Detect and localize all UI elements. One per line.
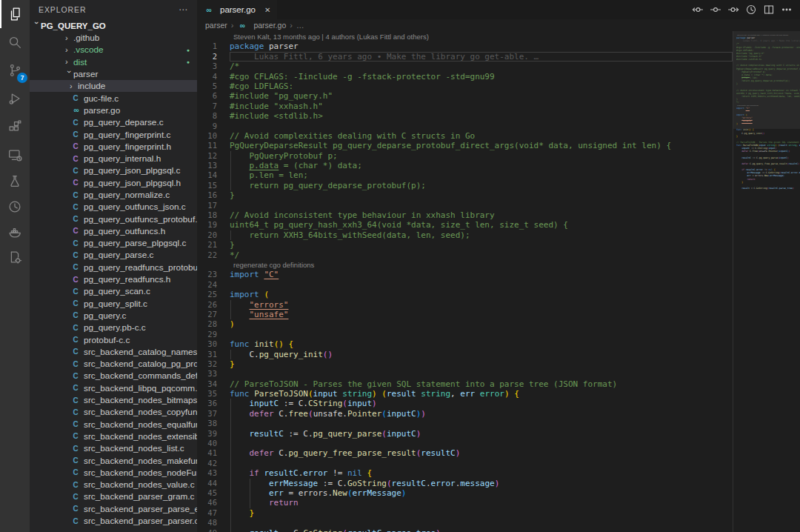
line-number[interactable]: 28 xyxy=(197,319,224,329)
line-number[interactable]: 37 xyxy=(197,409,224,419)
testing-icon[interactable] xyxy=(0,169,30,194)
docker-icon[interactable] xyxy=(0,219,30,245)
line-number[interactable]: 20 xyxy=(197,230,224,240)
line-number[interactable]: 23 xyxy=(197,270,224,279)
line-number[interactable]: 8 xyxy=(197,111,224,121)
line-number[interactable]: 36 xyxy=(197,399,224,408)
line-number[interactable]: 12 xyxy=(197,151,224,161)
close-icon[interactable]: ✕ xyxy=(264,6,270,14)
tree-item[interactable]: Csrc_backend_parser_gram.c xyxy=(30,491,197,502)
tree-item[interactable]: Cpg_query.c xyxy=(30,310,197,322)
tree-item[interactable]: Cpg_query_outfuncs.h xyxy=(30,225,197,237)
code-line[interactable] xyxy=(230,122,733,131)
code-editor[interactable]: Steven Kalt, 13 months ago | 4 authors (… xyxy=(224,31,733,532)
tree-item[interactable]: Csrc_backend_catalog_namespace.c xyxy=(30,346,197,358)
code-line[interactable]: #include "pg_query.h" xyxy=(230,91,733,101)
code-line[interactable]: func ParseToJSON(input string) (result s… xyxy=(230,389,733,399)
code-line[interactable]: PgQueryProtobuf p; xyxy=(230,151,733,161)
breadcrumb-folder[interactable]: parser xyxy=(205,21,227,30)
code-line[interactable]: p.data = (char *) data; xyxy=(230,161,733,170)
line-number[interactable]: 40 xyxy=(197,439,224,448)
line-number[interactable]: 13 xyxy=(197,161,224,170)
line-number[interactable]: 45 xyxy=(197,488,224,498)
code-line[interactable]: import ( xyxy=(230,290,733,299)
line-number[interactable]: 14 xyxy=(197,170,224,180)
tree-item[interactable]: ›include xyxy=(30,80,197,92)
tree-item[interactable]: Csrc_backend_commands_define.c xyxy=(30,370,197,382)
open-changes-previous-icon[interactable] xyxy=(690,2,705,18)
line-number[interactable]: 15 xyxy=(197,181,224,190)
code-line[interactable]: #include <stdlib.h> xyxy=(230,111,733,121)
code-line[interactable]: err = errors.New(errMessage) xyxy=(230,488,733,498)
code-line[interactable]: */ xyxy=(230,250,733,260)
line-number[interactable]: 49 xyxy=(197,528,224,532)
code-line[interactable]: func init() { xyxy=(230,339,733,349)
line-number[interactable]: 24 xyxy=(197,280,224,290)
tree-item[interactable]: Cpg_query_json_plpgsql.c xyxy=(30,164,197,176)
tree-item[interactable]: ›parser xyxy=(30,68,197,80)
code-line[interactable] xyxy=(230,369,733,379)
line-number[interactable]: 18 xyxy=(197,210,224,220)
breadcrumb-symbol[interactable]: … xyxy=(296,21,304,30)
tree-item[interactable]: Csrc_backend_nodes_equalfuncs.c xyxy=(30,419,197,430)
line-number[interactable]: 11 xyxy=(197,141,224,150)
code-line[interactable] xyxy=(230,459,733,468)
open-changes-next-icon[interactable] xyxy=(725,2,741,18)
line-number[interactable]: 16 xyxy=(197,190,224,200)
tree-item[interactable]: Csrc_backend_nodes_bitmapset.c xyxy=(30,394,197,406)
code-line[interactable]: return pg_query_deparse_protobuf(p); xyxy=(230,181,733,190)
tree-item[interactable]: Csrc_backend_parser_parse_expr.c xyxy=(30,503,197,515)
line-number[interactable]: 26 xyxy=(197,300,224,310)
search-icon[interactable] xyxy=(0,28,30,56)
line-number[interactable]: 25 xyxy=(197,290,224,299)
line-number[interactable]: 9 xyxy=(197,122,224,131)
line-number[interactable]: 29 xyxy=(197,330,224,339)
code-line[interactable]: if resultC.error != nil { xyxy=(230,468,733,478)
line-number[interactable]: 2 xyxy=(197,52,224,61)
code-line[interactable]: // Avoid complexities dealing with C str… xyxy=(230,131,733,141)
code-line[interactable]: defer C.free(unsafe.Pointer(inputC)) xyxy=(230,409,733,419)
tree-item[interactable]: Cpg_query_parse.c xyxy=(30,249,197,261)
code-line[interactable]: } xyxy=(230,508,733,518)
line-number[interactable]: 19 xyxy=(197,220,224,230)
tree-item[interactable]: Csrc_backend_libpq_pqcomm.c xyxy=(30,382,197,394)
tree-item[interactable]: Csrc_backend_nodes_makefuncs.c xyxy=(30,454,197,466)
line-number[interactable]: 35 xyxy=(197,389,224,399)
line-number[interactable]: 3 xyxy=(197,61,224,71)
line-number[interactable]: 33 xyxy=(197,369,224,379)
codelens-row[interactable]: regenerate cgo definitions xyxy=(230,260,733,270)
code-line[interactable]: #cgo LDFLAGS: xyxy=(230,82,733,91)
minimap[interactable]: Steven Kalt, 13 months ago | 4 authors (… xyxy=(733,31,800,532)
tree-item[interactable]: Cguc-file.c xyxy=(30,92,197,104)
tree-item[interactable]: Csrc_backend_catalog_pg_proc.c xyxy=(30,358,197,370)
line-number[interactable]: 47 xyxy=(197,508,224,518)
source-control-icon[interactable]: 7 xyxy=(0,56,30,84)
code-line[interactable]: defer C.pg_query_free_parse_result(resul… xyxy=(230,448,733,458)
code-line[interactable]: return xyxy=(230,498,733,508)
code-line[interactable]: p.len = len; xyxy=(230,170,733,180)
code-line[interactable]: result = C.GoString(resultC.parse_tree) xyxy=(230,528,733,532)
line-number[interactable]: 42 xyxy=(197,459,224,468)
code-line[interactable]: return XXH3_64bits_withSeed(data, len, s… xyxy=(230,230,733,240)
code-line[interactable]: resultC := C.pg_query_parse(inputC) xyxy=(230,429,733,439)
tree-root-pg-query-go[interactable]: › PG_QUERY_GO xyxy=(30,19,197,32)
code-line[interactable] xyxy=(230,439,733,448)
line-number[interactable]: 17 xyxy=(197,201,224,210)
line-number[interactable]: 6 xyxy=(197,91,224,101)
line-number[interactable]: 38 xyxy=(197,419,224,428)
line-number[interactable]: 22 xyxy=(197,250,224,260)
tree-item[interactable]: Cpg_query.pb-c.c xyxy=(30,322,197,333)
more-actions-icon[interactable] xyxy=(779,2,794,18)
code-line[interactable]: } xyxy=(230,240,733,250)
tree-item[interactable]: Cpg_query_readfuncs_protobuf.c xyxy=(30,262,197,273)
open-changes-icon[interactable] xyxy=(707,2,723,18)
tree-item[interactable]: Cpg_query_outfuncs_json.c xyxy=(30,201,197,213)
tree-item[interactable]: Cpg_query_fingerprint.c xyxy=(30,128,197,140)
tree-item[interactable]: Cpg_query_normalize.c xyxy=(30,189,197,201)
line-number[interactable]: 32 xyxy=(197,359,224,369)
codelens-row[interactable]: Steven Kalt, 13 months ago | 4 authors (… xyxy=(230,32,733,41)
tree-item[interactable]: ›.vscode● xyxy=(30,44,197,56)
line-number[interactable] xyxy=(197,260,224,270)
tree-item[interactable]: Csrc_backend_nodes_value.c xyxy=(30,479,197,491)
line-number[interactable]: 10 xyxy=(197,131,224,141)
